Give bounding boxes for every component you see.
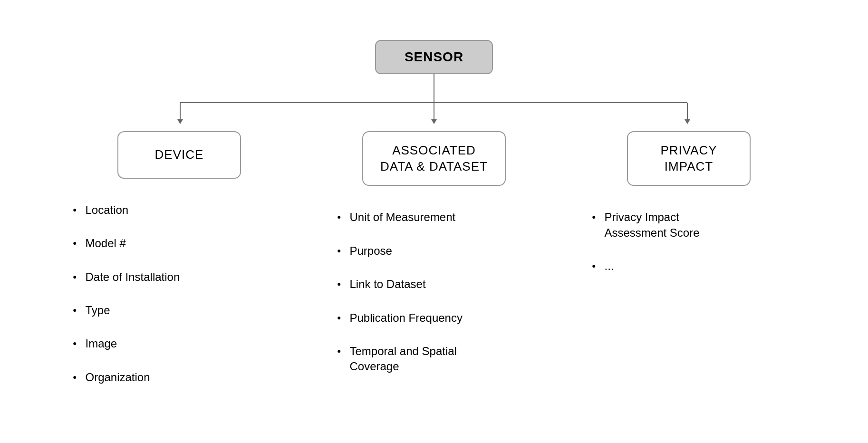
list-item: ... (592, 259, 700, 274)
list-item: Location (73, 202, 180, 218)
sensor-label: SENSOR (405, 49, 463, 64)
list-item: Image (73, 336, 180, 351)
svg-marker-7 (685, 119, 690, 124)
list-item: Privacy ImpactAssessment Score (592, 210, 700, 241)
connector-svg (54, 74, 814, 131)
dataset-column: ASSOCIATEDDATA & DATASET Unit of Measure… (309, 131, 559, 393)
privacy-column: PRIVACYIMPACT Privacy ImpactAssessment S… (563, 131, 814, 292)
device-node: DEVICE (117, 131, 241, 179)
list-item: Purpose (337, 243, 463, 259)
device-list: Location Model # Date of Installation Ty… (54, 202, 180, 403)
svg-marker-6 (431, 119, 437, 124)
list-item: Link to Dataset (337, 277, 463, 292)
dataset-label: ASSOCIATEDDATA & DATASET (380, 143, 488, 175)
list-item: Date of Installation (73, 270, 180, 285)
privacy-list: Privacy ImpactAssessment Score ... (563, 210, 700, 292)
list-item: Temporal and SpatialCoverage (337, 344, 463, 375)
dataset-node: ASSOCIATEDDATA & DATASET (362, 131, 506, 186)
dataset-list: Unit of Measurement Purpose Link to Data… (309, 210, 463, 392)
privacy-node: PRIVACYIMPACT (627, 131, 751, 186)
device-label: DEVICE (155, 147, 204, 163)
list-item: Organization (73, 370, 180, 385)
connector-lines (54, 74, 814, 131)
list-item: Type (73, 303, 180, 318)
list-item: Publication Frequency (337, 310, 463, 326)
device-column: DEVICE Location Model # Date of Installa… (54, 131, 305, 403)
list-item: Model # (73, 236, 180, 251)
sensor-node: SENSOR (375, 40, 493, 74)
list-item: Unit of Measurement (337, 210, 463, 225)
columns-container: DEVICE Location Model # Date of Installa… (54, 131, 814, 403)
privacy-label: PRIVACYIMPACT (660, 143, 717, 175)
svg-marker-5 (177, 119, 183, 124)
diagram: SENSOR DEVICE (54, 40, 814, 403)
